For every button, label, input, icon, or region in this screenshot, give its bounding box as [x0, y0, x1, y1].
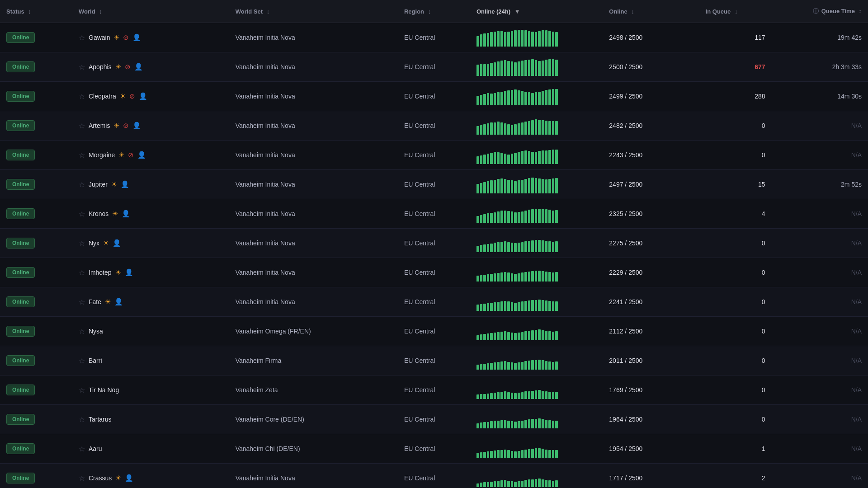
- table-row[interactable]: Online☆BarriVanaheim FirmaEU Central2011…: [0, 346, 868, 375]
- world-name: Imhotep: [89, 269, 112, 276]
- queue-time-na: N/A: [851, 269, 862, 276]
- bar-segment: [538, 329, 541, 340]
- table-row[interactable]: Online☆Nyx☀ 👤Vanaheim Initia NovaEU Cent…: [0, 229, 868, 258]
- bar-segment: [528, 121, 531, 135]
- region-name: EU Central: [404, 151, 435, 159]
- queue-count: 677: [755, 63, 765, 70]
- world-name: Nyx: [89, 239, 99, 247]
- col-header-status[interactable]: Status ↕: [0, 0, 72, 23]
- col-worldset-label: World Set: [236, 8, 263, 15]
- favorite-star-icon[interactable]: ☆: [79, 122, 85, 130]
- person-icon: 👤: [125, 268, 133, 277]
- worldset-name: Vanaheim Chi (DE/EN): [236, 445, 300, 452]
- bar-segment: [545, 480, 548, 487]
- col-header-online[interactable]: Online ↕: [603, 0, 699, 23]
- bar-segment: [528, 449, 531, 458]
- bar-segment: [524, 241, 527, 252]
- table-row[interactable]: Online☆NysaVanaheim Omega (FR/EN)EU Cent…: [0, 317, 868, 346]
- table-row[interactable]: Online☆Jupiter☀ 👤Vanaheim Initia NovaEU …: [0, 170, 868, 199]
- favorite-star-icon[interactable]: ☆: [79, 327, 85, 336]
- online24h-cell: [470, 229, 603, 258]
- bar-segment: [483, 334, 486, 340]
- queue-count: 15: [758, 181, 765, 188]
- bar-segment: [518, 30, 520, 47]
- online24h-cell: [470, 258, 603, 287]
- status-badge: Online: [6, 120, 35, 131]
- queue-count: 0: [762, 298, 765, 305]
- bar-segment: [521, 421, 524, 428]
- favorite-star-icon[interactable]: ☆: [79, 180, 85, 189]
- col-header-world[interactable]: World ↕: [72, 0, 229, 23]
- bar-segment: [524, 92, 527, 105]
- online-count-cell: 1769 / 2500: [603, 375, 699, 405]
- online-count: 1964 / 2500: [609, 416, 642, 423]
- shield-icon: ⊘: [129, 92, 135, 100]
- online-bar-chart: [476, 146, 558, 164]
- col-header-inqueue[interactable]: In Queue ↕: [699, 0, 772, 23]
- bar-segment: [490, 303, 493, 311]
- online24h-cell: [470, 52, 603, 82]
- world-name: Gawain: [89, 34, 110, 41]
- bar-segment: [542, 479, 544, 487]
- favorite-star-icon[interactable]: ☆: [79, 151, 85, 160]
- table-row[interactable]: Online☆Tir Na NogVanaheim ZetaEU Central…: [0, 375, 868, 405]
- bar-segment: [494, 333, 496, 340]
- favorite-star-icon[interactable]: ☆: [79, 33, 85, 42]
- online-count-cell: 2112 / 2500: [603, 317, 699, 346]
- col-header-online24[interactable]: Online (24h) ▼: [470, 0, 603, 23]
- bar-segment: [531, 178, 534, 193]
- favorite-star-icon[interactable]: ☆: [79, 92, 85, 101]
- bar-segment: [507, 362, 510, 370]
- bar-segment: [480, 64, 483, 76]
- bar-segment: [514, 363, 517, 370]
- col-header-worldset[interactable]: World Set ↕: [229, 0, 398, 23]
- bar-segment: [542, 300, 544, 311]
- queue-count-cell: 0: [699, 287, 772, 317]
- table-row[interactable]: Online☆AaruVanaheim Chi (DE/EN)EU Centra…: [0, 434, 868, 464]
- col-header-qtime[interactable]: ⓘ Queue Time ↕: [772, 0, 868, 23]
- favorite-star-icon[interactable]: ☆: [79, 298, 85, 306]
- col-header-region[interactable]: Region ↕: [398, 0, 470, 23]
- table-row[interactable]: Online☆Morgaine☀ ⊘ 👤Vanaheim Initia Nova…: [0, 141, 868, 170]
- favorite-star-icon[interactable]: ☆: [79, 268, 85, 277]
- world-name: Artemis: [89, 122, 110, 129]
- bar-segment: [480, 304, 483, 311]
- favorite-star-icon[interactable]: ☆: [79, 63, 85, 71]
- bar-segment: [552, 301, 555, 311]
- col-qtime-label: Queue Time: [821, 8, 855, 14]
- bar-segment: [538, 390, 541, 399]
- table-row[interactable]: Online☆Fate☀ 👤Vanaheim Initia NovaEU Cen…: [0, 287, 868, 317]
- status-cell: Online: [0, 287, 72, 317]
- bar-segment: [514, 181, 517, 193]
- bar-segment: [497, 421, 500, 428]
- favorite-star-icon[interactable]: ☆: [79, 386, 85, 394]
- bar-segment: [518, 180, 520, 193]
- favorite-star-icon[interactable]: ☆: [79, 239, 85, 248]
- bar-segment: [504, 154, 507, 164]
- world-cell: ☆Tartarus: [72, 405, 229, 434]
- bar-segment: [555, 32, 558, 47]
- favorite-star-icon[interactable]: ☆: [79, 415, 85, 424]
- bar-segment: [552, 32, 555, 47]
- favorite-star-icon[interactable]: ☆: [79, 445, 85, 453]
- queue-time-na: N/A: [851, 474, 862, 482]
- bar-segment: [487, 33, 490, 47]
- table-row[interactable]: Online☆Apophis☀ ⊘ 👤Vanaheim Initia NovaE…: [0, 52, 868, 82]
- region-name: EU Central: [404, 357, 435, 364]
- region-name: EU Central: [404, 34, 435, 41]
- bar-segment: [531, 360, 534, 370]
- table-row[interactable]: Online☆Kronos☀ 👤Vanaheim Initia NovaEU C…: [0, 199, 868, 229]
- table-row[interactable]: Online☆TartarusVanaheim Core (DE/EN)EU C…: [0, 405, 868, 434]
- table-row[interactable]: Online☆Crassus☀ 👤Vanaheim Initia NovaEU …: [0, 464, 868, 488]
- table-row[interactable]: Online☆Gawain☀ ⊘ 👤Vanaheim Initia NovaEU…: [0, 23, 868, 52]
- queue-time-cell: N/A: [772, 434, 868, 464]
- bar-segment: [497, 61, 500, 76]
- favorite-star-icon[interactable]: ☆: [79, 210, 85, 218]
- queue-time-value: 19m 42s: [837, 34, 862, 41]
- table-row[interactable]: Online☆Imhotep☀ 👤Vanaheim Initia NovaEU …: [0, 258, 868, 287]
- table-row[interactable]: Online☆Cleopatra☀ ⊘ 👤Vanaheim Initia Nov…: [0, 82, 868, 111]
- table-row[interactable]: Online☆Artemis☀ ⊘ 👤Vanaheim Initia NovaE…: [0, 111, 868, 141]
- favorite-star-icon[interactable]: ☆: [79, 357, 85, 365]
- favorite-star-icon[interactable]: ☆: [79, 474, 85, 483]
- bar-segment: [524, 361, 527, 370]
